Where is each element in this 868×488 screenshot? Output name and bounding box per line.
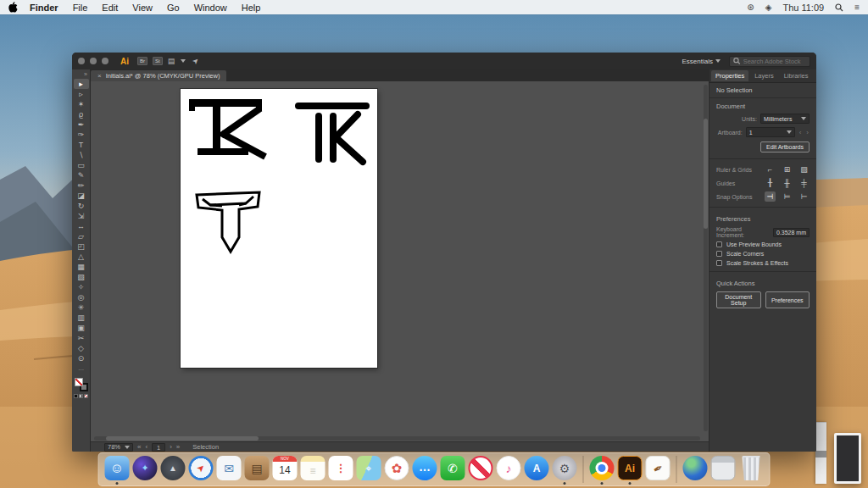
- illustrator-icon[interactable]: Ai: [618, 456, 643, 480]
- dock-messages[interactable]: …: [411, 456, 439, 485]
- snap-to-pixel-icon[interactable]: ⊢: [798, 191, 810, 202]
- dock-itunes[interactable]: ♪: [495, 456, 523, 485]
- launchpad-icon[interactable]: ▲: [161, 456, 186, 480]
- tab-properties[interactable]: Properties: [711, 70, 748, 81]
- show-guides-icon[interactable]: ╂: [765, 178, 776, 188]
- mail-icon[interactable]: ✉: [217, 456, 242, 480]
- dock-trash[interactable]: [737, 456, 765, 485]
- floating-preview-window[interactable]: [834, 433, 861, 484]
- curvature-tool[interactable]: ✑: [74, 130, 89, 140]
- rectangle-tool[interactable]: ▭: [74, 160, 89, 170]
- news-icon[interactable]: [469, 456, 493, 480]
- scrollbar-thumb[interactable]: [704, 119, 708, 229]
- line-segment-tool[interactable]: ∖: [74, 150, 89, 160]
- adobe-stock-search[interactable]: [729, 56, 810, 67]
- reminders-icon[interactable]: ⋮: [329, 456, 353, 480]
- none-mode-button[interactable]: [84, 394, 88, 398]
- checkbox-scale-corners[interactable]: Scale Corners: [709, 249, 816, 258]
- pen-tool[interactable]: ✒: [74, 119, 89, 130]
- menu-item-file[interactable]: File: [73, 3, 88, 13]
- dock-siri[interactable]: ✦: [131, 456, 159, 485]
- apple-menu[interactable]: [8, 2, 18, 13]
- zoom-tool[interactable]: ⊙: [74, 353, 89, 363]
- edit-artboards-button[interactable]: Edit Artboards: [760, 141, 810, 152]
- dock-illustrator[interactable]: Ai: [616, 456, 644, 485]
- column-graph-tool[interactable]: ▥: [74, 313, 89, 323]
- chrome-icon[interactable]: [590, 456, 615, 480]
- document-tab[interactable]: × Initials.ai* @ 78% (CMYK/GPU Preview): [91, 70, 226, 81]
- messages-icon[interactable]: …: [413, 456, 437, 480]
- lock-guides-icon[interactable]: ╫: [782, 178, 793, 188]
- fill-stroke-indicator[interactable]: [75, 378, 88, 391]
- contacts-icon[interactable]: ▤: [245, 456, 270, 480]
- status-icon-2[interactable]: ◈: [765, 3, 772, 12]
- artwork-tk-monogram-rounded[interactable]: [293, 98, 371, 166]
- show-grid-icon[interactable]: ⊞: [782, 164, 793, 175]
- paintbrush-tool[interactable]: ✎: [74, 170, 89, 180]
- dock-safari[interactable]: ➤: [187, 456, 215, 485]
- dock-calendar[interactable]: NOV14: [271, 456, 299, 485]
- dock-system-preferences[interactable]: ⚙: [551, 456, 579, 485]
- snap-to-point-icon[interactable]: ⊣: [765, 191, 776, 202]
- hand-tool[interactable]: ◇: [74, 343, 89, 353]
- rotate-tool[interactable]: ↻: [74, 201, 89, 211]
- itunes-icon[interactable]: ♪: [497, 456, 521, 480]
- width-tool[interactable]: ↔: [74, 221, 89, 231]
- type-tool[interactable]: T: [74, 140, 89, 150]
- textedit-icon[interactable]: ✒: [646, 456, 670, 480]
- status-icon-1[interactable]: ⊛: [747, 3, 754, 12]
- close-window-button[interactable]: [78, 58, 85, 64]
- eyedropper-tool[interactable]: ✧: [74, 282, 89, 292]
- preferences-button[interactable]: Preferences: [765, 291, 810, 308]
- last-artboard-button[interactable]: »: [176, 443, 180, 451]
- color-mode-button[interactable]: [74, 394, 78, 398]
- dock-mail[interactable]: ✉: [215, 456, 243, 485]
- symbol-sprayer-tool[interactable]: ✳: [74, 302, 89, 313]
- dock-notes[interactable]: ≡: [299, 456, 327, 485]
- dock-facetime[interactable]: ✆: [439, 456, 467, 485]
- stock-search-input[interactable]: [743, 58, 806, 65]
- dock-photos[interactable]: ✿: [383, 456, 411, 485]
- tab-layers[interactable]: Layers: [750, 70, 778, 81]
- facetime-icon[interactable]: ✆: [441, 456, 465, 480]
- artboard-number-field[interactable]: 1: [152, 443, 165, 452]
- dock-maps[interactable]: ⌖: [355, 456, 383, 485]
- photos-icon[interactable]: ✿: [385, 456, 409, 480]
- artboard-dropdown[interactable]: 1: [746, 127, 795, 137]
- menu-item-window[interactable]: Window: [194, 3, 227, 13]
- notes-icon[interactable]: ≡: [301, 456, 326, 480]
- horizontal-scrollbar[interactable]: [94, 436, 700, 441]
- next-artboard-button[interactable]: ›: [170, 443, 172, 451]
- make-guides-icon[interactable]: ╪: [798, 178, 810, 188]
- artwork-t-sword-outline[interactable]: [192, 189, 264, 257]
- prev-artboard-button[interactable]: ‹: [145, 443, 147, 451]
- close-tab-icon[interactable]: ×: [97, 72, 102, 80]
- menu-item-view[interactable]: View: [132, 3, 153, 13]
- dock-launchpad[interactable]: ▲: [159, 456, 187, 485]
- lasso-tool[interactable]: ϱ: [74, 109, 89, 119]
- snap-to-grid-icon[interactable]: ⊨: [782, 191, 793, 202]
- dock-network[interactable]: [682, 456, 709, 485]
- checkbox-icon[interactable]: [716, 241, 722, 247]
- artboard-1[interactable]: [181, 89, 377, 368]
- blend-tool[interactable]: ◎: [74, 292, 89, 302]
- checkbox-icon[interactable]: [716, 260, 722, 266]
- network-icon[interactable]: [683, 456, 708, 480]
- dock-app-store[interactable]: A: [523, 456, 551, 485]
- free-transform-tool[interactable]: ▱: [74, 231, 89, 241]
- prev-artboard-button[interactable]: ‹: [798, 129, 803, 136]
- system-preferences-icon[interactable]: ⚙: [553, 456, 577, 480]
- fill-none-swatch[interactable]: [75, 378, 83, 386]
- maps-icon[interactable]: ⌖: [357, 456, 381, 480]
- magic-wand-tool[interactable]: ✶: [74, 99, 89, 109]
- eraser-tool[interactable]: ◪: [74, 191, 89, 201]
- units-dropdown[interactable]: Millimeters: [760, 114, 810, 124]
- edit-toolbar-icon[interactable]: ⋯: [78, 367, 84, 374]
- stock-icon[interactable]: St: [153, 57, 163, 65]
- trash-icon[interactable]: [741, 456, 761, 480]
- dock-textedit[interactable]: ✒: [644, 456, 672, 485]
- direct-selection-tool[interactable]: ▹: [74, 89, 89, 99]
- window-titlebar[interactable]: Ai Br St ▤ ➤ Essentials: [72, 53, 816, 69]
- calendar-icon[interactable]: NOV14: [273, 456, 298, 480]
- menu-item-go[interactable]: Go: [167, 3, 180, 13]
